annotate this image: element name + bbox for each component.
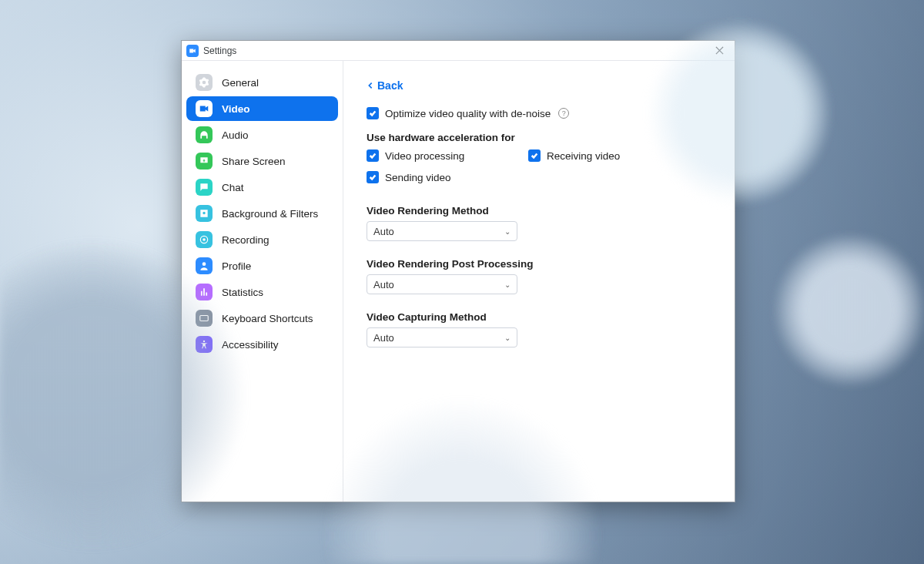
record-icon	[196, 231, 213, 248]
check-icon	[369, 152, 377, 159]
optimize-denoise-checkbox[interactable]	[367, 107, 379, 119]
chevron-down-icon: ⌄	[504, 227, 511, 236]
sidebar-item-video[interactable]: Video	[186, 96, 338, 121]
capturing-method-value: Auto	[373, 332, 394, 344]
check-icon	[369, 173, 377, 181]
chevron-down-icon: ⌄	[504, 280, 511, 289]
sidebar-item-label: General	[222, 77, 259, 89]
sidebar-item-label: Chat	[222, 182, 244, 193]
post-processing-label: Video Rendering Post Processing	[367, 258, 711, 270]
sidebar-item-statistics[interactable]: Statistics	[186, 280, 338, 304]
settings-window: Settings General Video	[181, 40, 735, 502]
sidebar-item-label: Profile	[222, 260, 251, 272]
rendering-method-label: Video Rendering Method	[367, 205, 711, 217]
hw-receiving-label: Receiving video	[547, 150, 620, 162]
sidebar-item-label: Audio	[222, 129, 249, 141]
sidebar-item-share-screen[interactable]: Share Screen	[186, 149, 338, 173]
sidebar-item-label: Accessibility	[222, 339, 279, 351]
capturing-method-label: Video Capturing Method	[367, 311, 711, 323]
gear-icon	[196, 74, 213, 91]
svg-rect-3	[200, 316, 209, 321]
svg-point-1	[203, 238, 206, 241]
sidebar-item-label: Video	[222, 103, 250, 115]
hw-sending-checkbox[interactable]	[367, 171, 379, 183]
sidebar-item-recording[interactable]: Recording	[186, 227, 338, 252]
close-button[interactable]	[708, 42, 730, 59]
sidebar: General Video Audio Share Screen	[182, 61, 343, 502]
sidebar-item-label: Keyboard Shortcuts	[222, 313, 313, 324]
check-icon	[369, 109, 377, 117]
sidebar-item-keyboard-shortcuts[interactable]: Keyboard Shortcuts	[186, 306, 338, 331]
capturing-method-select[interactable]: Auto ⌄	[367, 327, 517, 347]
sidebar-item-label: Background & Filters	[222, 208, 318, 220]
svg-point-2	[203, 262, 206, 266]
hw-sending-label: Sending video	[385, 172, 451, 183]
sidebar-item-label: Statistics	[222, 287, 263, 298]
svg-point-4	[203, 341, 205, 342]
sidebar-item-audio[interactable]: Audio	[186, 123, 338, 147]
statistics-icon	[196, 284, 213, 300]
hw-video-processing-checkbox[interactable]	[367, 149, 379, 162]
sidebar-item-profile[interactable]: Profile	[186, 253, 338, 278]
rendering-method-select[interactable]: Auto ⌄	[367, 221, 517, 241]
background-icon	[196, 205, 213, 222]
sidebar-item-general[interactable]: General	[186, 70, 338, 95]
post-processing-value: Auto	[373, 279, 394, 290]
sidebar-item-chat[interactable]: Chat	[186, 175, 338, 200]
optimize-denoise-label: Optimize video quality with de-noise	[385, 108, 551, 119]
hw-video-processing-label: Video processing	[385, 150, 464, 162]
chevron-down-icon: ⌄	[504, 334, 511, 342]
profile-icon	[196, 257, 213, 274]
chevron-left-icon	[367, 82, 374, 89]
keyboard-icon	[196, 310, 213, 327]
info-icon[interactable]: ?	[558, 108, 569, 119]
video-icon	[196, 100, 213, 117]
hardware-accel-heading: Use hardware acceleration for	[367, 132, 711, 143]
accessibility-icon	[196, 336, 213, 353]
back-label: Back	[377, 79, 403, 92]
titlebar: Settings	[182, 41, 735, 61]
app-icon	[186, 45, 199, 57]
sidebar-item-background-filters[interactable]: Background & Filters	[186, 201, 338, 226]
sidebar-item-label: Recording	[222, 234, 270, 246]
hw-receiving-checkbox[interactable]	[528, 149, 541, 162]
window-title: Settings	[203, 45, 236, 56]
share-screen-icon	[196, 153, 213, 170]
post-processing-select[interactable]: Auto ⌄	[367, 274, 517, 294]
content-panel: Back Optimize video quality with de-nois…	[343, 61, 735, 502]
back-button[interactable]: Back	[367, 79, 403, 92]
sidebar-item-label: Share Screen	[222, 156, 286, 167]
sidebar-item-accessibility[interactable]: Accessibility	[186, 332, 338, 357]
chat-icon	[196, 179, 213, 196]
rendering-method-value: Auto	[373, 226, 394, 237]
headphones-icon	[196, 126, 213, 143]
check-icon	[531, 152, 538, 159]
